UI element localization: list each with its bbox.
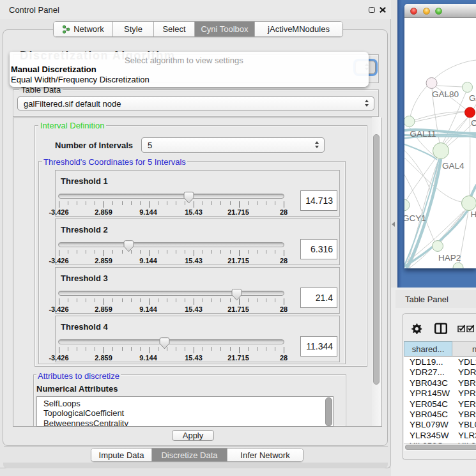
svg-text:GAL80: GAL80 — [432, 89, 459, 99]
svg-text:GAL: GAL — [469, 93, 476, 103]
svg-text:GCY1: GCY1 — [404, 213, 426, 223]
svg-text:GAL4: GAL4 — [442, 161, 464, 171]
svg-text:C: C — [471, 118, 476, 128]
svg-text:GAL11: GAL11 — [410, 129, 436, 139]
svg-text:H: H — [471, 210, 476, 219]
svg-text:HAP2: HAP2 — [438, 253, 461, 263]
